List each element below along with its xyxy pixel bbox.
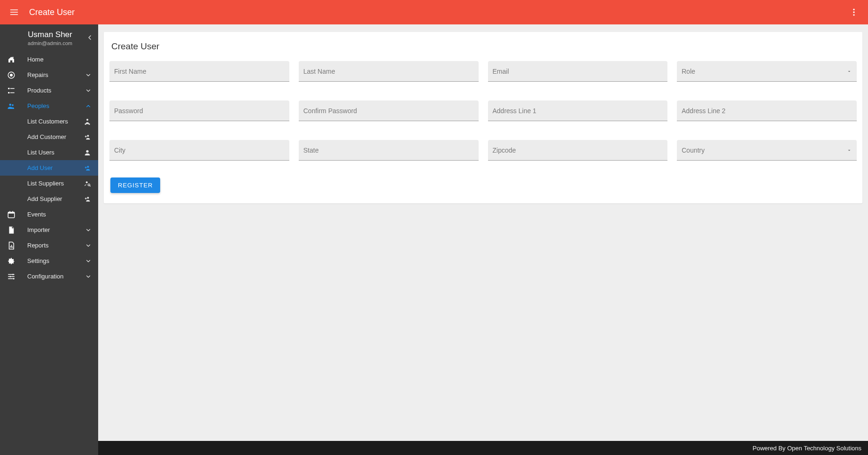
role-select[interactable]: Role — [677, 61, 857, 82]
svg-rect-8 — [10, 92, 15, 93]
chart-icon — [7, 241, 16, 250]
password-field[interactable]: Password — [109, 100, 289, 121]
sidebar-item-importer[interactable]: Importer — [0, 222, 98, 238]
address1-field[interactable]: Address Line 1 — [488, 100, 668, 121]
svg-point-16 — [87, 166, 89, 168]
svg-rect-26 — [12, 247, 13, 247]
sidebar-item-products[interactable]: Products — [0, 83, 98, 98]
first-name-field[interactable]: First Name — [109, 61, 289, 82]
dropdown-arrow-icon — [846, 69, 852, 74]
calendar-icon — [7, 210, 16, 219]
last-name-input[interactable] — [303, 68, 474, 75]
chevron-down-icon — [84, 71, 93, 79]
svg-point-9 — [9, 103, 12, 106]
sidebar-sub-add-customer[interactable]: Add Customer — [0, 129, 98, 145]
collapse-sidebar-button[interactable] — [86, 34, 93, 41]
sidebar-item-reports[interactable]: Reports — [0, 238, 98, 253]
svg-point-28 — [9, 276, 11, 277]
person-add-icon — [83, 133, 92, 141]
sidebar-item-label: Settings — [27, 257, 84, 264]
hamburger-menu-button[interactable] — [6, 4, 23, 21]
sidebar-item-home[interactable]: Home — [0, 52, 98, 67]
last-name-field[interactable]: Last Name — [299, 61, 479, 82]
sidebar: Usman Sher admin@admin.com Home Rep — [0, 24, 98, 455]
gear-icon — [7, 256, 16, 266]
create-user-card: Create User First Name Last Name Email — [104, 32, 862, 203]
state-field[interactable]: State — [299, 140, 479, 161]
confirm-password-field[interactable]: Confirm Password — [299, 100, 479, 121]
sidebar-item-label: Peoples — [27, 102, 84, 109]
zipcode-field[interactable]: Zipcode — [488, 140, 668, 161]
svg-point-11 — [86, 119, 88, 121]
more-options-button[interactable] — [845, 4, 862, 21]
page-title: Create User — [29, 8, 75, 17]
svg-rect-12 — [85, 123, 86, 125]
sidebar-item-repairs[interactable]: Repairs — [0, 67, 98, 83]
svg-point-19 — [87, 197, 89, 199]
sidebar-item-peoples[interactable]: Peoples — [0, 98, 98, 114]
sidebar-sub-label: Add User — [27, 164, 83, 171]
sidebar-sub-add-supplier[interactable]: Add Supplier — [0, 191, 98, 207]
sidebar-item-label: Home — [27, 56, 93, 63]
sidebar-item-configuration[interactable]: Configuration — [0, 269, 98, 284]
register-button[interactable]: REGISTER — [110, 177, 160, 193]
svg-point-1 — [853, 11, 854, 13]
chevron-up-icon — [84, 102, 93, 110]
person-add-icon — [83, 195, 92, 203]
footer-text: Powered By Open Technology Solutions — [752, 445, 861, 452]
create-user-form: First Name Last Name Email Role — [109, 61, 857, 161]
sidebar-sub-label: Add Customer — [27, 133, 83, 140]
svg-point-18 — [88, 184, 90, 185]
svg-rect-21 — [8, 212, 15, 213]
svg-point-0 — [853, 9, 854, 10]
sidebar-sub-label: Add Supplier — [27, 195, 83, 202]
state-input[interactable] — [303, 147, 474, 154]
zipcode-input[interactable] — [493, 147, 663, 154]
svg-point-29 — [13, 278, 15, 279]
chevron-down-icon — [84, 257, 93, 265]
people-icon — [7, 101, 16, 111]
chevron-down-icon — [84, 241, 93, 250]
tune-icon — [7, 272, 16, 281]
sidebar-item-label: Products — [27, 87, 84, 94]
email-input[interactable] — [493, 68, 663, 75]
sidebar-user-block: Usman Sher admin@admin.com — [0, 24, 98, 52]
more-vertical-icon — [849, 8, 859, 17]
svg-rect-3 — [12, 57, 13, 59]
svg-point-10 — [12, 104, 14, 106]
city-input[interactable] — [114, 147, 285, 154]
confirm-password-input[interactable] — [303, 107, 474, 115]
address1-input[interactable] — [493, 107, 663, 115]
svg-point-15 — [86, 150, 88, 152]
sidebar-sub-list-customers[interactable]: List Customers — [0, 114, 98, 129]
chevron-left-icon — [86, 34, 93, 41]
password-input[interactable] — [114, 107, 285, 115]
card-title: Create User — [111, 41, 857, 52]
svg-rect-22 — [9, 211, 10, 213]
sidebar-item-label: Configuration — [27, 273, 84, 280]
sidebar-user-email: admin@admin.com — [8, 40, 93, 46]
email-field[interactable]: Email — [488, 61, 668, 82]
person-add-icon — [83, 164, 92, 172]
field-label: Role — [682, 68, 695, 75]
sidebar-sub-list-suppliers[interactable]: List Suppliers — [0, 176, 98, 191]
address2-input[interactable] — [682, 107, 852, 115]
address2-field[interactable]: Address Line 2 — [677, 100, 857, 121]
main-region: Create User First Name Last Name Email — [98, 24, 868, 455]
city-field[interactable]: City — [109, 140, 289, 161]
sidebar-item-events[interactable]: Events — [0, 207, 98, 222]
wrench-icon — [7, 70, 16, 80]
top-app-bar: Create User — [0, 0, 868, 24]
country-select[interactable]: Country — [677, 140, 857, 161]
chevron-down-icon — [84, 86, 93, 95]
chevron-down-icon — [84, 272, 93, 281]
first-name-input[interactable] — [114, 68, 285, 75]
field-label: Country — [682, 147, 705, 154]
sidebar-sub-list-users[interactable]: List Users — [0, 145, 98, 160]
dropdown-arrow-icon — [846, 147, 852, 153]
sidebar-sub-label: List Customers — [27, 118, 83, 125]
sidebar-sub-label: List Users — [27, 149, 83, 156]
sidebar-sub-add-user[interactable]: Add User — [0, 160, 98, 176]
sidebar-item-settings[interactable]: Settings — [0, 253, 98, 269]
sidebar-item-label: Importer — [27, 226, 84, 233]
